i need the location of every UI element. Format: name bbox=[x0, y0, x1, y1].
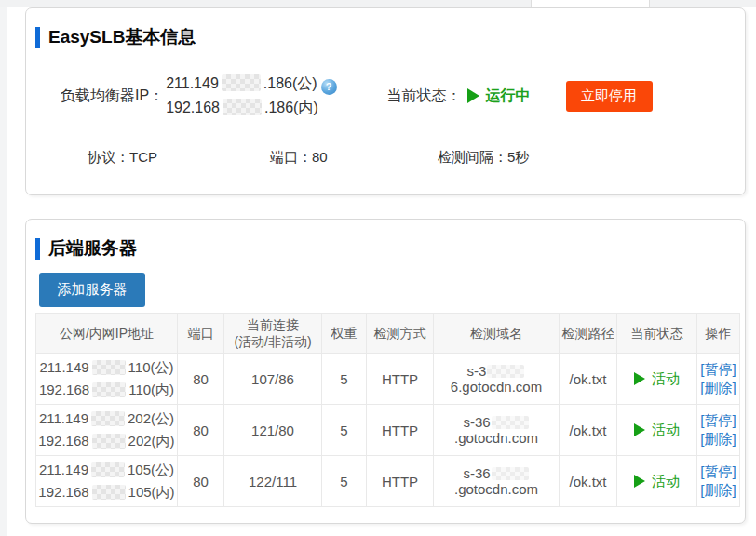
stop-button[interactable]: 立即停用 bbox=[566, 81, 653, 112]
lb-ip-public: 211.149.186(公)? bbox=[166, 72, 336, 96]
status-label: 当前状态： bbox=[387, 87, 462, 106]
cell-status: 活动 bbox=[617, 456, 697, 507]
redaction-mosaic bbox=[91, 411, 125, 426]
redaction-mosaic bbox=[92, 360, 126, 375]
page-left-gutter bbox=[0, 7, 7, 536]
redaction-mosaic bbox=[92, 434, 126, 449]
pause-link[interactable]: [暂停] bbox=[697, 462, 739, 481]
lb-ip-label: 负载均衡器IP： bbox=[61, 87, 164, 106]
play-icon bbox=[467, 88, 479, 103]
header-status: 当前状态 bbox=[617, 314, 697, 354]
cell-path: /ok.txt bbox=[560, 456, 617, 507]
add-server-button[interactable]: 添加服务器 bbox=[39, 273, 145, 307]
pause-link[interactable]: [暂停] bbox=[697, 411, 739, 430]
cell-actions: [暂停] [删除] bbox=[697, 354, 740, 405]
cell-status: 活动 bbox=[617, 405, 697, 456]
protocol-value: 协议：TCP bbox=[88, 149, 157, 167]
title-accent-bar bbox=[35, 27, 40, 48]
port-value: 端口：80 bbox=[270, 149, 328, 167]
cell-port: 80 bbox=[178, 456, 224, 507]
cell-ip: 211.149105(公) 192.168105(内) bbox=[36, 456, 178, 507]
backend-title-text: 后端服务器 bbox=[48, 236, 137, 261]
redaction-mosaic bbox=[492, 467, 529, 480]
header-method: 检测方式 bbox=[367, 314, 434, 354]
redaction-mosaic bbox=[91, 462, 125, 477]
cell-weight: 5 bbox=[322, 456, 367, 507]
delete-link[interactable]: [删除] bbox=[697, 481, 739, 500]
backend-title: 后端服务器 bbox=[35, 236, 137, 261]
cell-connections: 122/111 bbox=[224, 456, 322, 507]
table-row: 211.149105(公) 192.168105(内) 80 122/111 5… bbox=[36, 456, 740, 507]
browser-tab-strip bbox=[0, 0, 756, 7]
cell-port: 80 bbox=[178, 405, 224, 456]
redaction-mosaic bbox=[222, 74, 261, 91]
cell-path: /ok.txt bbox=[560, 405, 617, 456]
lb-ip-private: 192.168.186(内) bbox=[166, 96, 336, 120]
cell-method: HTTP bbox=[367, 354, 434, 405]
table-row: 211.149202(公) 192.168202(内) 80 121/80 5 … bbox=[36, 405, 740, 456]
cell-method: HTTP bbox=[367, 405, 434, 456]
play-icon bbox=[634, 372, 645, 385]
table-row: 211.149110(公) 192.168110(内) 80 107/86 5 … bbox=[36, 354, 740, 405]
cell-weight: 5 bbox=[322, 354, 367, 405]
title-accent-bar bbox=[35, 238, 40, 260]
cell-ip: 211.149110(公) 192.168110(内) bbox=[36, 354, 178, 405]
header-actions: 操作 bbox=[697, 314, 740, 354]
status-value: 运行中 bbox=[486, 87, 531, 106]
header-weight: 权重 bbox=[322, 314, 367, 354]
cell-actions: [暂停] [删除] bbox=[697, 456, 740, 507]
cell-ip: 211.149202(公) 192.168202(内) bbox=[36, 405, 178, 456]
active-tab-sliver bbox=[531, 0, 650, 7]
cell-connections: 107/86 bbox=[224, 354, 322, 405]
cell-port: 80 bbox=[178, 354, 224, 405]
cell-weight: 5 bbox=[322, 405, 367, 456]
delete-link[interactable]: [删除] bbox=[697, 430, 739, 449]
cell-domain: s-36.gotocdn.com bbox=[434, 354, 560, 405]
cell-path: /ok.txt bbox=[560, 354, 617, 405]
header-path: 检测路径 bbox=[560, 314, 617, 354]
lb-info-row: 负载均衡器IP： 211.149.186(公)? 192.168.186(内) … bbox=[61, 66, 653, 126]
cell-method: HTTP bbox=[367, 456, 434, 507]
header-port: 端口 bbox=[178, 314, 224, 354]
redaction-mosaic bbox=[223, 99, 262, 115]
header-connections: 当前连接 (活动/非活动) bbox=[224, 314, 322, 354]
check-interval-value: 检测间隔：5秒 bbox=[438, 149, 529, 167]
cell-domain: s-36.gotocdn.com bbox=[434, 456, 560, 507]
pause-link[interactable]: [暂停] bbox=[697, 360, 739, 379]
redaction-mosaic bbox=[487, 365, 524, 378]
delete-link[interactable]: [删除] bbox=[697, 379, 739, 397]
redaction-mosaic bbox=[92, 382, 126, 397]
play-icon bbox=[634, 475, 645, 488]
redaction-mosaic bbox=[92, 485, 126, 500]
backend-servers-panel: 后端服务器 添加服务器 公网/内网IP地址 端口 当前连接 (活动/非活动) 权… bbox=[25, 219, 746, 524]
lb-ip-value: 211.149.186(公)? 192.168.186(内) bbox=[166, 72, 336, 120]
table-header-row: 公网/内网IP地址 端口 当前连接 (活动/非活动) 权重 检测方式 检测域名 … bbox=[36, 314, 740, 354]
basic-info-panel: EasySLB基本信息 负载均衡器IP： 211.149.186(公)? 192… bbox=[25, 7, 746, 195]
play-icon bbox=[634, 423, 645, 436]
header-domain: 检测域名 bbox=[434, 314, 560, 354]
basic-info-title-text: EasySLB基本信息 bbox=[48, 25, 196, 49]
help-icon[interactable]: ? bbox=[321, 79, 337, 95]
cell-status: 活动 bbox=[617, 354, 697, 405]
cell-actions: [暂停] [删除] bbox=[697, 405, 740, 456]
header-ip: 公网/内网IP地址 bbox=[36, 314, 178, 354]
backend-servers-table: 公网/内网IP地址 端口 当前连接 (活动/非活动) 权重 检测方式 检测域名 … bbox=[35, 313, 740, 507]
cell-connections: 121/80 bbox=[224, 405, 322, 456]
basic-info-title: EasySLB基本信息 bbox=[35, 25, 196, 49]
cell-domain: s-36.gotocdn.com bbox=[434, 405, 560, 456]
redaction-mosaic bbox=[492, 416, 529, 429]
lb-params-row: 协议：TCP 端口：80 检测间隔：5秒 bbox=[26, 149, 747, 169]
